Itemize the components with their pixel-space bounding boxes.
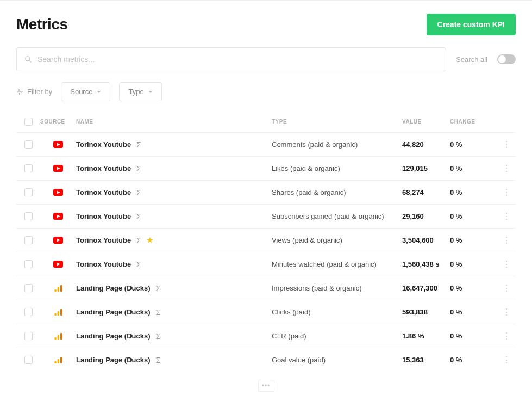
col-header-source[interactable]: SOURCE [40,119,76,125]
change-cell: 0 % [450,236,498,244]
table-row: Torinox YoutubeΣShares (paid & organic)6… [16,180,516,204]
value-cell: 68,274 [402,188,450,196]
source-cell [40,237,76,244]
row-checkbox[interactable] [24,212,33,220]
table-row: Torinox YoutubeΣSubscribers gained (paid… [16,204,516,228]
chevron-down-icon [97,91,101,93]
row-more-button[interactable]: ⋮ [498,332,515,341]
name-cell[interactable]: Landing Page (Ducks)Σ [76,284,272,293]
name-cell[interactable]: Torinox YoutubeΣ [76,164,272,173]
row-more-button[interactable]: ⋮ [498,308,515,317]
table-row: Torinox YoutubeΣComments (paid & organic… [16,132,516,156]
pagination-more-button[interactable]: ••• [258,380,274,392]
table-row: Landing Page (Ducks)ΣClicks (paid)593,83… [16,300,516,324]
source-cell [40,332,76,341]
chevron-down-icon [148,91,153,93]
table-row: Torinox YoutubeΣMinutes watched (paid & … [16,252,516,276]
svg-point-7 [19,93,20,94]
type-cell: Views (paid & organic) [272,236,402,244]
type-cell: Clicks (paid) [272,308,402,316]
page-title: Metrics [16,16,68,33]
filter-source-dropdown[interactable]: Source [61,82,110,101]
svg-rect-29 [54,361,56,363]
source-cell [40,165,76,172]
col-header-name[interactable]: NAME [76,119,272,125]
analytics-icon [54,332,62,341]
name-cell[interactable]: Torinox YoutubeΣ [76,188,272,197]
name-cell[interactable]: Landing Page (Ducks)Σ [76,332,272,341]
row-checkbox[interactable] [24,140,33,149]
svg-rect-28 [60,333,62,340]
svg-point-6 [21,91,22,92]
row-more-button[interactable]: ⋮ [498,164,515,173]
row-more-button[interactable]: ⋮ [498,140,515,149]
search-all-toggle[interactable] [497,54,516,64]
svg-rect-31 [60,357,62,363]
row-checkbox[interactable] [24,164,33,172]
filter-type-dropdown[interactable]: Type [119,82,161,101]
row-checkbox[interactable] [24,284,33,292]
table-row: Torinox YoutubeΣ★Views (paid & organic)3… [16,228,516,252]
value-cell: 1,560,438 s [402,260,450,268]
youtube-icon [53,213,63,220]
row-more-button[interactable]: ⋮ [498,356,515,365]
name-cell[interactable]: Torinox YoutubeΣ [76,140,272,149]
analytics-icon [54,308,62,317]
filter-by-button[interactable]: Filter by [16,88,52,96]
row-checkbox[interactable] [24,260,33,268]
change-cell: 0 % [450,260,498,268]
svg-rect-21 [58,287,59,292]
value-cell: 16,647,300 [402,284,450,292]
select-all-checkbox[interactable] [24,118,33,126]
sigma-icon: Σ [156,284,161,293]
name-cell[interactable]: Torinox YoutubeΣ [76,260,272,269]
metric-name: Torinox Youtube [76,164,131,172]
metrics-table: SOURCE NAME TYPE VALUE CHANGE Torinox Yo… [16,114,516,372]
table-header: SOURCE NAME TYPE VALUE CHANGE [16,114,516,132]
value-cell: 593,838 [402,308,450,316]
change-cell: 0 % [450,140,498,149]
row-more-button[interactable]: ⋮ [498,212,515,221]
value-cell: 15,363 [402,356,450,364]
analytics-icon [54,284,62,293]
metric-name: Torinox Youtube [76,188,131,196]
table-row: Landing Page (Ducks)ΣImpressions (paid &… [16,276,516,300]
row-more-button[interactable]: ⋮ [498,284,515,293]
row-more-button[interactable]: ⋮ [498,236,515,245]
row-more-button[interactable]: ⋮ [498,260,515,269]
sigma-icon: Σ [136,188,141,197]
type-cell: Subscribers gained (paid & organic) [272,212,402,220]
change-cell: 0 % [450,284,498,292]
sigma-icon: Σ [136,212,141,221]
col-header-value[interactable]: VALUE [402,119,450,125]
col-header-change[interactable]: CHANGE [450,119,498,125]
name-cell[interactable]: Landing Page (Ducks)Σ [76,308,272,317]
value-cell: 44,820 [402,140,450,149]
source-cell [40,284,76,293]
name-cell[interactable]: Torinox YoutubeΣ [76,212,272,221]
svg-rect-30 [58,359,59,363]
sigma-icon: Σ [136,260,141,269]
search-icon [24,55,32,63]
filter-icon [16,88,24,96]
sigma-icon: Σ [136,164,141,173]
name-cell[interactable]: Torinox YoutubeΣ★ [76,236,272,245]
svg-rect-27 [58,335,59,340]
search-input[interactable] [32,55,438,64]
sigma-icon: Σ [156,308,161,317]
source-cell [40,261,76,268]
row-checkbox[interactable] [24,236,33,244]
value-cell: 1.86 % [402,332,450,340]
row-checkbox[interactable] [24,188,33,196]
create-custom-kpi-button[interactable]: Create custom KPI [427,14,516,35]
source-cell [40,189,76,196]
row-checkbox[interactable] [24,332,33,340]
col-header-type[interactable]: TYPE [272,119,402,125]
change-cell: 0 % [450,212,498,220]
row-more-button[interactable]: ⋮ [498,188,515,197]
row-checkbox[interactable] [24,308,33,316]
row-checkbox[interactable] [24,356,33,364]
name-cell[interactable]: Landing Page (Ducks)Σ [76,356,272,365]
youtube-icon [53,141,63,148]
table-row: Torinox YoutubeΣLikes (paid & organic)12… [16,156,516,180]
